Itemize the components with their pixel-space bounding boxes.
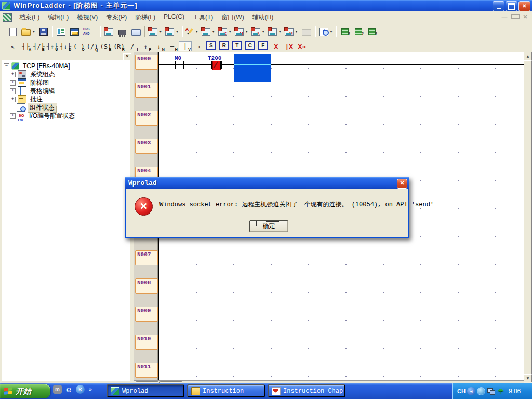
dropdown-arrow-icon[interactable]: ▼ [245,30,248,33]
func-c-button[interactable]: C [244,41,257,51]
scheduler-icon[interactable] [477,387,485,395]
tree-item-note[interactable]: +批注 [2,95,130,103]
func-t-button[interactable]: T [231,41,244,51]
scroll-down-icon[interactable]: ▼ [524,374,532,382]
expand-icon[interactable]: + [10,97,16,102]
language-indicator[interactable]: CH [457,388,466,394]
taskbar-task[interactable]: Instruction Chap... [268,384,345,397]
org-and-button[interactable]: ORG AND [82,25,98,38]
func-s-button[interactable]: S [205,41,218,51]
menu-item[interactable]: 辅助(H) [248,11,278,23]
tree-item-label[interactable]: 阶梯图 [29,78,50,87]
antivirus-umbrella-icon[interactable]: ☂ [497,387,505,395]
ladder-window-button[interactable] [68,25,82,38]
expand-icon[interactable]: + [10,88,16,94]
toolbar-grip[interactable] [2,42,4,50]
ok-button[interactable]: 确定 [249,220,288,232]
dropdown-arrow-icon[interactable]: ▼ [176,30,179,33]
overflow-icon[interactable]: » [87,385,94,394]
close-button[interactable]: ✕ [518,1,530,11]
dropdown-arrow-icon[interactable]: ▼ [32,30,35,33]
edge-p-button[interactable]: -↑-P [139,41,153,51]
coil-out-button[interactable]: ( )O [72,41,86,51]
contact-active-fill[interactable] [212,61,221,70]
status-query-button[interactable]: ? [338,25,352,38]
new-file-button[interactable] [6,25,20,38]
menu-item[interactable]: 检视(V) [73,11,102,23]
contact-open-symbol[interactable] [183,61,184,69]
func-f-button[interactable]: F [257,41,270,51]
coil-not-button[interactable]: (/)Q [86,41,99,51]
maximize-button[interactable] [506,1,517,11]
maxthon-icon[interactable]: m [53,385,62,394]
status-list-button[interactable]: ▼ [267,25,283,38]
menu-item[interactable]: 工具(T) [189,11,217,23]
select-tool-button[interactable]: ↖ [6,41,19,51]
scroll-up-icon[interactable]: ▲ [524,52,532,60]
dropdown-arrow-icon[interactable]: ▼ [295,30,298,33]
dropdown-arrow-icon[interactable]: ▼ [278,30,282,33]
dropdown-arrow-icon[interactable]: ▼ [195,30,198,33]
edit-register-button[interactable]: ▼ [184,25,200,38]
project-manager-button[interactable] [55,25,68,38]
dropdown-arrow-icon[interactable]: ▼ [262,30,265,33]
branch-arrow-button[interactable]: → [192,41,205,51]
coil-set-button[interactable]: (S)E [99,41,112,51]
minimize-button[interactable] [493,1,504,11]
scrollbar-thumb[interactable] [524,60,532,374]
tree-item-sys[interactable]: +系统组态 [2,70,130,78]
tree-item-table[interactable]: +表格编辑 [2,87,130,95]
network-config-button[interactable]: ▼ [147,25,164,38]
tree-item-label[interactable]: 系统组态 [29,70,57,79]
menu-item[interactable]: PLC(C) [159,11,189,23]
toolbar-grip[interactable] [2,26,4,37]
dropdown-arrow-icon[interactable]: ▼ [330,30,333,33]
invert-button[interactable]: -/-I [126,41,139,51]
rung-label[interactable]: N009 [135,307,158,322]
func-r-button[interactable]: R [218,41,231,51]
contact-query-button[interactable]: ? [365,25,379,38]
menu-item[interactable]: 阶梯(L) [131,11,159,23]
menu-item[interactable]: 档案(F) [15,11,44,23]
rung-label[interactable]: N008 [135,278,158,294]
plc-chip-button[interactable] [116,25,129,38]
vline-button[interactable]: │V [179,41,192,51]
menu-item[interactable]: 窗口(W) [217,11,248,23]
mdi-restore-button[interactable] [511,14,518,20]
rung-label[interactable]: N001 [135,83,158,98]
contact-closed-button[interactable]: ┤/├B [32,41,46,51]
run-probe-button[interactable]: ▼ [200,25,217,38]
grid-query-button[interactable]: ? [352,25,365,38]
rung-label[interactable]: N002 [135,111,158,126]
delete-element-button[interactable]: X [270,41,283,51]
probe-a-button[interactable]: A▼ [250,25,267,38]
vertical-scrollbar[interactable]: ▲ ▼ [524,52,532,383]
probe-m-button[interactable]: M▼ [283,25,300,38]
save-file-button[interactable] [37,25,50,38]
rung-label[interactable]: N007 [135,250,158,265]
network-icon[interactable] [487,387,495,395]
tree-item-status[interactable]: 组件状态 [2,103,130,112]
mdi-child-icon[interactable] [3,13,12,22]
dropdown-arrow-icon[interactable]: ▼ [229,30,232,33]
reference-book-button[interactable] [129,25,143,38]
monitor-x-button[interactable]: X▼ [217,25,233,38]
contact-rising-button[interactable]: ┤↑├U [46,41,59,51]
menu-item[interactable]: 编辑(E) [44,11,73,23]
edge-n-button[interactable]: -↓-N [152,41,166,51]
tree-root[interactable]: − TCP [FBs-40MA] [2,62,130,70]
kmplayer-icon[interactable]: K [76,385,85,394]
find-component-button[interactable]: ▼ [317,25,335,38]
collapse-icon[interactable]: − [4,63,9,69]
io-transfer-button[interactable] [102,25,116,38]
contact-falling-button[interactable]: ┤↓├D [59,41,72,51]
rung-label[interactable]: N010 [135,335,158,350]
expand-icon[interactable]: + [10,113,16,119]
monitor-button[interactable]: M▼ [233,25,250,38]
rung-label[interactable]: N000 [135,55,158,70]
tree-item-ladder[interactable]: +阶梯图 [2,78,130,87]
dropdown-arrow-icon[interactable]: ▼ [212,30,215,33]
coil-reset-button[interactable]: (R)R [112,41,126,51]
taskbar-task[interactable]: Wprolad [107,384,184,397]
tree-item-label[interactable]: I/O编号配置状态 [28,112,76,121]
